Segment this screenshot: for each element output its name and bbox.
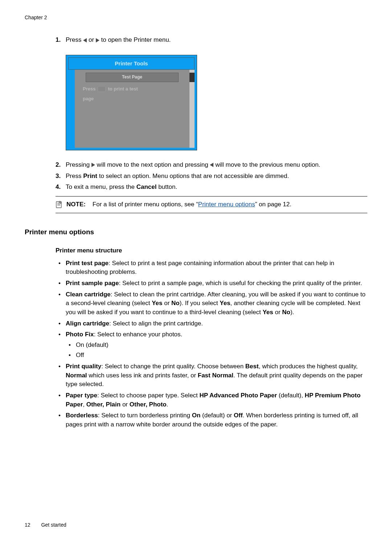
step-2-text-b: will move to the next option and pressin… [97, 161, 210, 168]
b: Normal [66, 372, 87, 379]
footer-section: Get started [41, 522, 66, 528]
t: ). [290, 309, 294, 316]
step-4-text-b: button. [158, 183, 177, 190]
printer-screen-line1a: Press [83, 86, 95, 93]
left-arrow-icon [83, 38, 87, 42]
note-box: NOTE: For a list of printer menu options… [56, 196, 367, 213]
page-number: 12 [25, 522, 30, 528]
printer-screen-line2: page [79, 94, 185, 104]
right-arrow-icon [91, 163, 95, 167]
printer-screen-title: Printer Tools [68, 57, 195, 70]
printer-screen-right-stripe [189, 70, 195, 148]
opt-name: Print test page [66, 260, 109, 267]
step-1: Press or to open the Printer menu. Print… [56, 36, 367, 150]
printer-screen-figure: Printer Tools Test Page Press to print a… [66, 55, 197, 150]
steps-list: Press or to open the Printer menu. Print… [56, 36, 367, 192]
t: ). If you select [180, 300, 220, 307]
section-body: Printer menu structure Print test page: … [56, 246, 367, 429]
t: (default), [277, 392, 305, 399]
step-4: To exit a menu, press the Cancel button. [56, 183, 367, 192]
t: . [167, 401, 168, 408]
b: On [192, 412, 201, 419]
step-4-bold-cancel: Cancel [136, 183, 157, 190]
opt-desc: : Select to enhance your photos. [94, 331, 182, 338]
t: which uses less ink and prints faster, o… [87, 372, 198, 379]
printer-screen-body: Test Page Press to print a test page [68, 70, 195, 148]
photo-fix-on: On (default) [66, 341, 367, 350]
b: Best [245, 363, 259, 370]
photo-fix-sublist: On (default) Off [66, 341, 367, 360]
b: Off [234, 412, 243, 419]
opt-print-test-page: Print test page: Select to print a test … [56, 259, 367, 277]
right-arrow-icon [96, 38, 99, 42]
step-3: Press Print to select an option. Menu op… [56, 172, 367, 181]
opt-paper-type: Paper type: Select to choose paper type.… [56, 391, 367, 409]
step-3-bold-print: Print [83, 173, 97, 179]
main-content: Press or to open the Printer menu. Print… [56, 36, 367, 213]
step-1-text-c: to open the Printer menu. [101, 36, 171, 43]
opt-name: Borderless [66, 412, 98, 419]
opt-name: Paper type [66, 392, 97, 399]
step-3-text-a: Press [66, 173, 83, 179]
opt-name: Print quality [66, 363, 101, 370]
b: Yes [220, 300, 230, 307]
section-heading-printer-menu-options: Printer menu options [25, 227, 367, 237]
printer-screen-center: Test Page Press to print a test page [79, 73, 185, 145]
opt-print-sample-page: Print sample page: Select to print a sam… [56, 279, 367, 288]
printer-screen-left-stripe [68, 70, 75, 148]
note-icon [56, 200, 63, 208]
b: Other, Photo [130, 401, 167, 408]
t: or [163, 300, 172, 307]
printer-screen-line1: Press to print a test [79, 84, 185, 94]
b: Yes [152, 300, 162, 307]
opt-name: Align cartridge [66, 320, 109, 327]
sub-heading-structure: Printer menu structure [56, 246, 367, 255]
opt-name: Print sample page [66, 280, 119, 287]
opt-photo-fix: Photo Fix: Select to enhance your photos… [56, 330, 367, 360]
print-mini-icon [98, 86, 106, 92]
t: (default) or [200, 412, 234, 419]
step-1-text-a: Press [66, 36, 83, 43]
note-text: NOTE: For a list of printer menu options… [66, 200, 291, 209]
opt-borderless: Borderless: Select to turn borderless pr… [56, 411, 367, 429]
opt-desc: : Select to align the print cartridge. [109, 320, 203, 327]
b: Fast Normal [198, 372, 233, 379]
left-arrow-icon [210, 163, 213, 167]
printer-menu-options-link[interactable]: Printer menu options [198, 201, 255, 208]
printer-screen-scroll-mark [189, 73, 195, 82]
t: : Select to turn borderless printing [98, 412, 192, 419]
step-2-text-c: will move to the previous menu option. [215, 161, 320, 168]
t: , [83, 401, 86, 408]
t: : Select to choose paper type. Select [97, 392, 200, 399]
printer-screen-line1b: to print a test [108, 86, 138, 93]
printer-screen-inner: Printer Tools Test Page Press to print a… [68, 57, 195, 148]
b: Other, Plain [86, 401, 121, 408]
note-body-before: For a list of printer menu options, see [93, 201, 196, 208]
chapter-label: Chapter 2 [25, 14, 367, 21]
opt-align-cartridge: Align cartridge: Select to align the pri… [56, 319, 367, 328]
step-2-text-a: Pressing [66, 161, 91, 168]
step-3-text-b: to select an option. Menu options that a… [99, 173, 289, 179]
opt-name: Clean cartridge [66, 291, 111, 298]
b: No [282, 309, 290, 316]
opt-name: Photo Fix [66, 331, 94, 338]
t: or [273, 309, 282, 316]
photo-fix-off: Off [66, 351, 367, 360]
opt-print-quality: Print quality: Select to change the prin… [56, 362, 367, 389]
b: HP Advanced Photo Paper [200, 392, 277, 399]
t: : Select to change the print quality. Ch… [101, 363, 245, 370]
step-1-text-b: or [89, 36, 96, 43]
opt-clean-cartridge: Clean cartridge: Select to clean the pri… [56, 290, 367, 317]
t: or [121, 401, 130, 408]
page-footer: 12 Get started [25, 521, 66, 528]
b: Yes [262, 309, 273, 316]
step-2: Pressing will move to the next option an… [56, 161, 367, 170]
step-4-text-a: To exit a menu, press the [66, 183, 136, 190]
note-body-after: on page 12. [257, 201, 291, 208]
b: No [171, 300, 180, 307]
note-label: NOTE: [66, 201, 86, 208]
menu-structure-list: Print test page: Select to print a test … [56, 259, 367, 429]
t: , which produces the highest quality, [259, 363, 358, 370]
printer-screen-tab: Test Page [86, 73, 179, 82]
opt-desc: : Select to print a sample page, which i… [119, 280, 362, 287]
